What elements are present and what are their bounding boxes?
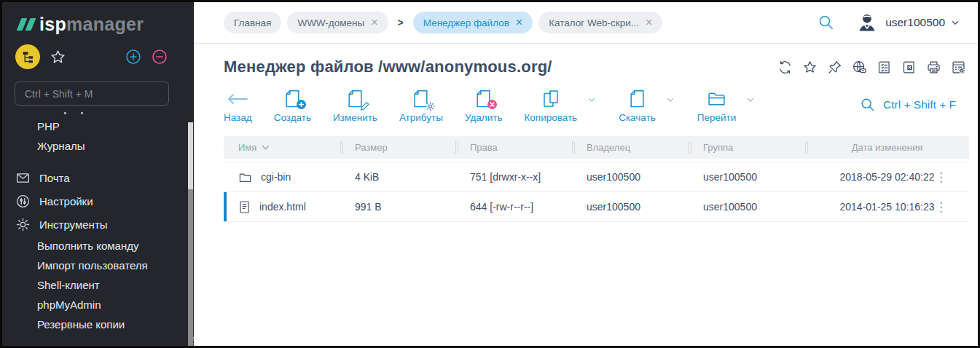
sidebar-item-shell-client[interactable]: Shell-клиент [2, 275, 194, 295]
download-menu-chevron-icon[interactable] [665, 95, 675, 105]
create-file-icon [283, 87, 302, 110]
chevron-down-icon[interactable] [950, 17, 960, 28]
mail-icon [15, 170, 31, 186]
file-modified: 2014-01-25 10:16:23 [840, 201, 935, 213]
delete-button[interactable]: Удалить [465, 87, 503, 123]
copy-menu-chevron-icon[interactable] [587, 95, 597, 105]
back-arrow-icon [227, 87, 248, 110]
attributes-button[interactable]: Атрибуты [399, 87, 443, 123]
file-size: 991 B [340, 201, 455, 213]
gear-badge-icon [426, 101, 435, 111]
file-owner: user100500 [572, 201, 689, 213]
back-button[interactable]: Назад [224, 87, 252, 123]
tab-separator: > [398, 17, 404, 28]
page-action-icons [777, 60, 968, 75]
goto-button[interactable]: Перейти [697, 87, 737, 123]
add-icon[interactable] [125, 49, 141, 65]
close-icon[interactable]: × [371, 17, 377, 28]
column-header-name[interactable]: Имя [224, 136, 340, 159]
download-button-group: Скачать [619, 87, 675, 123]
remove-icon[interactable] [152, 49, 168, 65]
sitemap-icon [21, 50, 35, 64]
sidebar-item-tools[interactable]: Инструменты [2, 213, 194, 236]
username[interactable]: user100500 [885, 16, 945, 29]
sidebar-item-import-user[interactable]: Импорт пользователя [2, 256, 194, 275]
content-header: Менеджер файлов /www/anonymous.org/ [194, 44, 978, 76]
close-icon[interactable]: × [646, 17, 652, 28]
sidebar-item-run-command[interactable]: Выполнить команду [2, 236, 194, 256]
tab-file-manager[interactable]: Менеджер файлов × [413, 12, 533, 33]
main-menu-button[interactable] [15, 44, 40, 69]
sidebar-scrollbar-track[interactable] [188, 122, 193, 189]
sidebar-item-phpmyadmin[interactable]: phpMyAdmin [2, 295, 194, 315]
edit-button[interactable]: Изменить [333, 87, 377, 123]
sidebar-item-logs[interactable]: Журналы [2, 136, 194, 156]
search-icon [860, 97, 876, 113]
sidebar-item-php[interactable]: PHP [2, 116, 194, 136]
favorites-star-icon[interactable] [50, 49, 66, 66]
copy-button[interactable]: Копировать [524, 87, 577, 123]
sidebar: ispmanager [2, 2, 194, 346]
table-body: cgi-bin 4 KiB 751 [drwxr-x--x] user10050… [224, 162, 969, 222]
table-header: Имя Размер Права Владелец Группа Дата из… [224, 136, 969, 159]
copy-icon [541, 87, 560, 110]
attributes-file-icon [412, 87, 430, 110]
topbar-right: user100500 [818, 11, 960, 34]
sidebar-scrollbar-thumb[interactable] [188, 189, 193, 346]
favorite-star-icon[interactable] [802, 60, 818, 75]
print-icon[interactable] [926, 60, 941, 75]
file-name: cgi-bin [261, 171, 291, 183]
column-header-perms[interactable]: Права [455, 136, 572, 159]
tab-bar: Главная WWW-домены × > Менеджер файлов ×… [224, 12, 662, 33]
app-logo[interactable]: ispmanager [2, 2, 194, 35]
web-icon[interactable] [852, 60, 867, 75]
pencil-badge-icon [360, 101, 369, 111]
user-avatar-icon[interactable] [855, 11, 879, 34]
column-header-group[interactable]: Группа [689, 136, 805, 159]
toolbar: Назад Создать Изменить [194, 76, 978, 123]
column-header-modified[interactable]: Дата изменения [805, 136, 969, 159]
sidebar-item-settings[interactable]: Настройки [2, 189, 194, 213]
table-row[interactable]: cgi-bin 4 KiB 751 [drwxr-x--x] user10050… [224, 162, 969, 192]
file-owner: user100500 [572, 171, 689, 183]
delete-file-icon [474, 87, 493, 110]
file-perms: 644 [-rw-r--r--] [455, 201, 572, 213]
edit-file-icon [346, 87, 364, 110]
row-menu-icon[interactable]: ⋮ [935, 201, 947, 213]
main-area: Главная WWW-домены × > Менеджер файлов ×… [194, 2, 978, 346]
table-settings-icon[interactable] [951, 60, 966, 75]
sidebar-item-backups[interactable]: Резервные копии [2, 315, 194, 334]
refresh-icon[interactable] [777, 60, 793, 75]
file-perms: 751 [drwxr-x--x] [455, 171, 572, 183]
file-table: Имя Размер Права Владелец Группа Дата из… [224, 136, 969, 222]
copy-button-group: Копировать [524, 87, 597, 123]
folder-icon [238, 170, 252, 184]
tab-home[interactable]: Главная [224, 12, 281, 33]
x-badge-icon [487, 100, 497, 109]
file-size: 4 KiB [340, 171, 455, 183]
tab-web-scripts-catalog[interactable]: Каталог Web-скри... × [538, 12, 662, 33]
goto-button-group: Перейти [697, 87, 756, 123]
export-excel-icon[interactable] [901, 60, 917, 75]
row-menu-icon[interactable]: ⋮ [935, 171, 947, 183]
page-title: Менеджер файлов /www/anonymous.org/ [224, 58, 552, 76]
table-search-button[interactable]: Ctrl + Shift + F [860, 97, 968, 113]
pin-icon[interactable] [827, 60, 842, 75]
sidebar-quick-icons [2, 35, 194, 69]
column-header-size[interactable]: Размер [340, 136, 455, 159]
tab-www-domains[interactable]: WWW-домены × [287, 12, 388, 33]
column-header-owner[interactable]: Владелец [572, 136, 689, 159]
log-list-icon[interactable] [877, 60, 892, 75]
global-search-icon[interactable] [818, 14, 835, 31]
goto-menu-chevron-icon[interactable] [745, 95, 756, 105]
download-button[interactable]: Скачать [619, 87, 656, 123]
sidebar-search-input[interactable] [15, 82, 169, 106]
close-icon[interactable]: × [516, 17, 522, 28]
sidebar-item-mail[interactable]: Почта [2, 166, 194, 189]
file-group: user100500 [689, 171, 805, 183]
create-button[interactable]: Создать [274, 87, 311, 123]
logo-text-isp: isp [39, 14, 66, 35]
table-row[interactable]: index.html 991 B 644 [-rw-r--r--] user10… [224, 192, 969, 222]
sort-chevron-icon [262, 145, 270, 151]
gear-icon [15, 217, 31, 232]
